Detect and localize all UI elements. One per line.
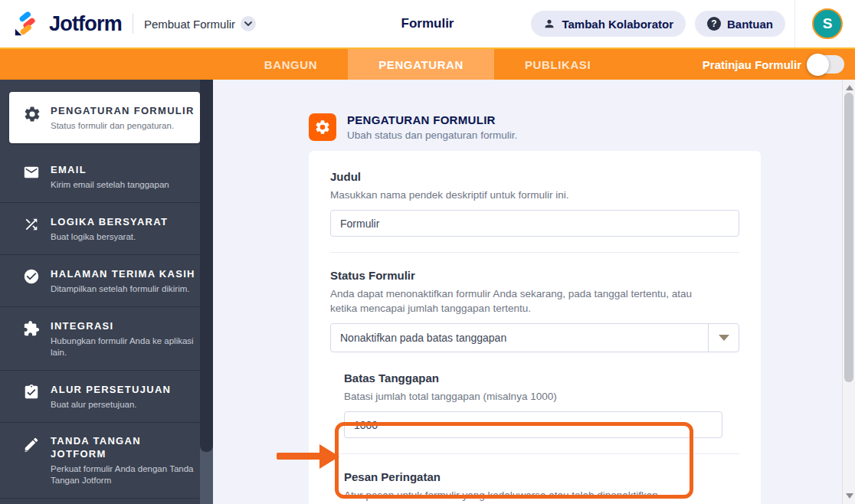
- batas-tanggapan-section: Batas Tanggapan Batasi jumlah total tang…: [344, 371, 739, 438]
- sidebar-item-label: HALAMAN TERIMA KASIH: [51, 268, 195, 280]
- section-divider: [330, 453, 739, 454]
- pesan-peringatan-section: Pesan Peringatan Atur pesan untuk formul…: [344, 470, 739, 504]
- tab-pengaturan[interactable]: PENGATURAN: [348, 49, 494, 80]
- sidebar-item-description: Buat logika bersyarat.: [51, 231, 168, 243]
- sidebar-item-label: TANDA TANGAN JOTFORM: [51, 434, 165, 460]
- status-formulir-section: Status Formulir Anda dapat menonaktifkan…: [330, 268, 739, 438]
- settings-main-panel: PENGATURAN FORMULIR Ubah status dan peng…: [213, 80, 855, 504]
- page-title: Formulir: [401, 16, 454, 31]
- status-description: Anda dapat menonaktifkan formulir Anda s…: [330, 286, 713, 316]
- add-collaborator-label: Tambah Kolaborator: [562, 18, 673, 31]
- app-header: Jotform Pembuat Formulir Formulir Tambah…: [0, 0, 855, 47]
- sidebar-item-description: Buat alur persetujuan.: [51, 399, 171, 411]
- section-subtitle: Ubah status dan pengaturan formulir.: [347, 129, 517, 141]
- header-divider: [133, 14, 133, 34]
- help-label: Bantuan: [727, 18, 773, 31]
- status-dropdown-value: Nonaktifkan pada batas tanggapan: [331, 332, 708, 344]
- preview-form-toggle[interactable]: [809, 55, 844, 74]
- sidebar-scrollbar-thumb[interactable]: [200, 80, 213, 452]
- sidebar-item-integrasi[interactable]: INTEGRASI Hubungkan formulir Anda ke apl…: [0, 307, 200, 371]
- caret-down-icon: [719, 335, 729, 341]
- tab-bangun[interactable]: BANGUN: [234, 49, 348, 80]
- puzzle-icon: [23, 319, 41, 358]
- scroll-up-icon[interactable]: [846, 85, 853, 90]
- sidebar-item-logika-bersyarat[interactable]: LOGIKA BERSYARAT Buat logika bersyarat.: [0, 203, 200, 255]
- judul-section: Judul Masukkan nama pendek deskriptif un…: [330, 169, 739, 237]
- judul-description: Masukkan nama pendek deskriptif untuk fo…: [330, 188, 739, 202]
- dropdown-caret-box: [708, 324, 739, 352]
- product-label: Pembuat Formulir: [144, 18, 235, 31]
- gear-icon: [23, 103, 41, 132]
- sidebar-item-alur-persetujuan[interactable]: ALUR PERSETUJUAN Buat alur persetujuan.: [0, 371, 200, 423]
- tab-publikasi[interactable]: PUBLIKASI: [494, 49, 621, 80]
- sidebar-item-pengaturan-formulir[interactable]: PENGATURAN FORMULIR Status formulir dan …: [9, 92, 200, 143]
- sidebar-item-email[interactable]: EMAIL Kirim email setelah tanggapan: [0, 151, 200, 203]
- scroll-down-icon[interactable]: [846, 493, 853, 499]
- help-button[interactable]: ? Bantuan: [695, 11, 785, 37]
- shuffle-icon: [23, 214, 41, 243]
- chevron-down-icon: [241, 16, 256, 31]
- header-right-divider: [794, 0, 795, 47]
- sidebar-item-halaman-terima-kasih[interactable]: HALAMAN TERIMA KASIH Ditampilkan setelah…: [0, 255, 200, 307]
- sidebar-item-description: Hubungkan formulir Anda ke aplikasi lain…: [51, 335, 195, 358]
- sidebar-item-description: Kirim email setelah tanggapan: [51, 179, 169, 191]
- sidebar-item-description: Ditampilkan setelah formulir dikirim.: [51, 283, 195, 295]
- pesan-label: Pesan Peringatan: [344, 470, 739, 485]
- logo-wordmark: Jotform: [49, 12, 122, 36]
- sidebar-item-label: INTEGRASI: [51, 320, 113, 332]
- sidebar-item-tanda-tangan-jotform[interactable]: TANDA TANGAN JOTFORM Perkuat formulir An…: [0, 423, 200, 499]
- judul-label: Judul: [330, 169, 739, 185]
- pesan-description: Atur pesan untuk formulir yang kedaluwar…: [344, 488, 739, 502]
- section-divider: [330, 252, 739, 253]
- sidebar-item-label: ALUR PERSETUJUAN: [51, 384, 171, 395]
- form-settings-icon: [309, 113, 336, 141]
- page-scrollbar[interactable]: [842, 80, 855, 504]
- sidebar-item-description: Perkuat formulir Anda dengan Tanda Tanga…: [51, 463, 195, 486]
- status-dropdown[interactable]: Nonaktifkan pada batas tanggapan: [330, 323, 739, 352]
- form-settings-card: Judul Masukkan nama pendek deskriptif un…: [309, 151, 761, 504]
- judul-input[interactable]: [330, 210, 739, 237]
- batas-input[interactable]: [344, 411, 722, 438]
- sidebar-item-label: PENGATURAN FORMULIR: [51, 105, 195, 116]
- batas-description: Batasi jumlah total tanggapan (misalnya …: [344, 389, 739, 404]
- preview-form-label: Pratinjau Formulir: [703, 58, 801, 71]
- jotform-logo-icon: [12, 9, 41, 38]
- batas-label: Batas Tanggapan: [344, 371, 739, 386]
- product-switcher[interactable]: Pembuat Formulir: [144, 16, 256, 31]
- envelope-icon: [23, 162, 41, 191]
- signature-pen-icon: [23, 434, 41, 486]
- add-collaborator-button[interactable]: Tambah Kolaborator: [531, 11, 686, 37]
- builder-navbar: BANGUN PENGATURAN PUBLIKASI Pratinjau Fo…: [0, 47, 855, 80]
- sidebar-item-label: EMAIL: [51, 164, 87, 175]
- status-label: Status Formulir: [330, 268, 739, 283]
- sidebar-scrollbar[interactable]: [200, 80, 213, 504]
- page-scrollbar-thumb[interactable]: [844, 93, 853, 382]
- settings-sidebar: PENGATURAN FORMULIR Status formulir dan …: [0, 80, 213, 504]
- jotform-logo[interactable]: Jotform: [12, 9, 122, 38]
- sidebar-item-description: Status formulir dan pengaturan.: [51, 120, 195, 132]
- sidebar-item-label: LOGIKA BERSYARAT: [51, 216, 168, 227]
- person-icon: [543, 18, 555, 30]
- question-icon: ?: [707, 17, 721, 31]
- check-circle-icon: [23, 267, 41, 295]
- section-title: PENGATURAN FORMULIR: [347, 113, 517, 127]
- approval-icon: [23, 382, 41, 411]
- avatar[interactable]: S: [812, 8, 843, 39]
- toggle-knob: [807, 54, 829, 76]
